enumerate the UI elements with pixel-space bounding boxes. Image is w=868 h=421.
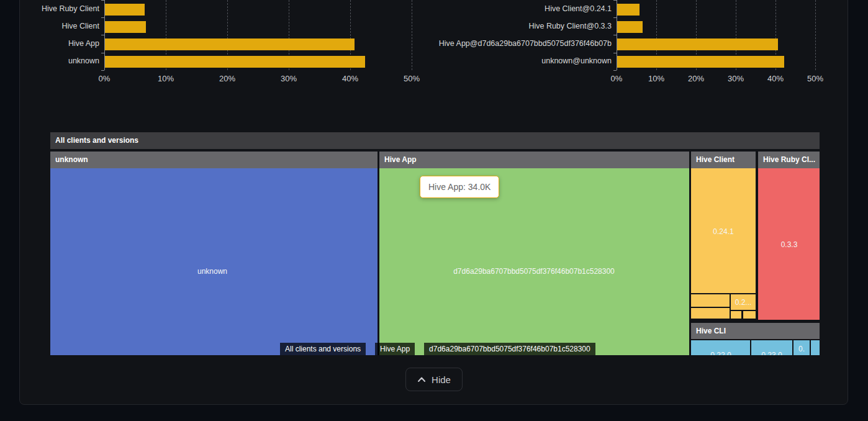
treemap-block-label: 0.3.3	[781, 240, 798, 249]
y-axis-tick	[101, 35, 104, 35]
treemap-block-hive-client-sub[interactable]	[743, 311, 756, 319]
x-tick-label: 20%	[209, 74, 246, 83]
treemap-block-hive-client-sub[interactable]	[691, 308, 730, 319]
bar-Hive Client[interactable]	[105, 21, 146, 33]
category-label: Hive App@d7d6a29ba6707bbd5075df376f46b07…	[439, 38, 612, 50]
y-axis-tick	[613, 17, 617, 18]
dashboard-page: 0%10%20%30%40%50%Hive Ruby ClientHive Cl…	[0, 0, 868, 421]
x-tick-label: 0%	[86, 74, 123, 83]
hide-button-label: Hide	[432, 374, 451, 385]
y-axis-tick	[613, 70, 617, 71]
bar-chart-clients: 0%10%20%30%40%50%Hive Ruby ClientHive Cl…	[0, 0, 434, 87]
bar-Hive App[interactable]	[105, 38, 355, 50]
chevron-up-icon	[417, 376, 426, 383]
breadcrumb-item-root[interactable]: All clients and versions	[280, 343, 366, 355]
bar-Hive Ruby Client[interactable]	[105, 4, 145, 16]
treemap-block-label: unknown	[197, 267, 227, 276]
treemap-section-header-unknown[interactable]: unknown	[50, 152, 377, 168]
treemap-all-clients: All clients and versions unknown unknown…	[50, 132, 820, 355]
hide-button[interactable]: Hide	[405, 368, 463, 391]
treemap-block-hive-cli-0220[interactable]: 0.22.0	[691, 340, 750, 355]
bar-Hive Ruby Client@0.3.3[interactable]	[617, 21, 643, 33]
treemap-block-unknown[interactable]: unknown	[50, 168, 377, 355]
x-tick-label: 0%	[598, 74, 635, 83]
x-tick-label: 30%	[270, 74, 307, 83]
y-axis-tick	[613, 35, 617, 35]
category-label: unknown	[68, 55, 99, 67]
x-gridline	[412, 0, 412, 70]
bar-Hive App@d7d6a29ba6707bbd5075df376f46b07b[interactable]	[617, 38, 778, 50]
category-label: Hive App	[68, 38, 99, 50]
treemap-root-header[interactable]: All clients and versions	[50, 132, 820, 149]
treemap-block-label: d7d6a29ba6707bbd5075df376f46b07b1c528300	[453, 267, 615, 276]
treemap-block-hive-client-sub[interactable]: 0.2...	[731, 294, 756, 310]
treemap-block-hive-client-0241[interactable]: 0.24.1	[691, 168, 756, 293]
category-label: Hive Ruby Client@0.3.3	[528, 20, 612, 32]
x-tick-label: 40%	[332, 74, 369, 83]
bar-unknown@unknown[interactable]	[617, 56, 784, 68]
y-axis-tick	[613, 0, 617, 1]
treemap-block-hive-cli-small[interactable]: 0.	[793, 340, 810, 355]
treemap-section-header-hive-cli[interactable]: Hive CLI	[691, 323, 820, 339]
treemap-section-header-hive-app[interactable]: Hive App	[379, 152, 689, 168]
x-tick-label: 50%	[393, 74, 430, 83]
category-label: unknown@unknown	[541, 55, 612, 67]
chevron-right-icon	[366, 343, 374, 355]
y-axis-tick	[101, 0, 104, 1]
x-tick-label: 40%	[757, 74, 794, 83]
breadcrumb-item-version[interactable]: d7d6a29ba6707bbd5075df376f46b07b1c528300	[424, 343, 595, 355]
chevron-right-icon	[415, 343, 423, 355]
treemap-block-hive-client-sub[interactable]	[731, 311, 741, 319]
x-gridline	[815, 0, 816, 70]
x-tick-label: 10%	[638, 74, 675, 83]
x-tick-label: 10%	[147, 74, 184, 83]
treemap-block-label: 0.24.1	[713, 227, 733, 236]
y-axis-tick	[101, 17, 104, 18]
treemap-block-label: 0.23.0	[761, 351, 782, 355]
treemap-block-hive-cli-small[interactable]	[811, 340, 820, 355]
breadcrumb-item-hive-app[interactable]: Hive App	[375, 343, 415, 355]
y-axis-tick	[101, 53, 104, 53]
treemap-section-header-hive-client[interactable]: Hive Client	[691, 152, 756, 168]
treemap-block-label: 0.2...	[735, 298, 752, 307]
treemap-section-header-hive-ruby-client[interactable]: Hive Ruby Cl...	[758, 152, 820, 168]
x-tick-label: 30%	[717, 74, 754, 83]
y-axis-tick	[613, 53, 617, 53]
bar-unknown[interactable]	[105, 56, 365, 68]
treemap-block-label: 0.	[798, 345, 805, 353]
treemap-tooltip: Hive App: 34.0K	[420, 176, 499, 198]
bar-Hive Client@0.24.1[interactable]	[617, 4, 640, 16]
category-label: Hive Ruby Client	[42, 3, 99, 15]
treemap-block-hive-ruby-client[interactable]: 0.3.3	[758, 168, 820, 320]
category-label: Hive Client	[62, 20, 99, 32]
breadcrumb: All clients and versions Hive App d7d6a2…	[280, 343, 595, 355]
bar-chart-client-versions: 0%10%20%30%40%50%Hive Client@0.24.1Hive …	[433, 0, 868, 87]
treemap-block-hive-cli-0230[interactable]: 0.23.0	[751, 340, 792, 355]
x-tick-label: 50%	[797, 74, 834, 83]
x-tick-label: 20%	[677, 74, 715, 83]
category-label: Hive Client@0.24.1	[545, 3, 612, 15]
y-axis-tick	[101, 70, 104, 71]
treemap-block-hive-client-sub[interactable]	[691, 294, 730, 307]
treemap-block-label: 0.22.0	[710, 351, 731, 355]
